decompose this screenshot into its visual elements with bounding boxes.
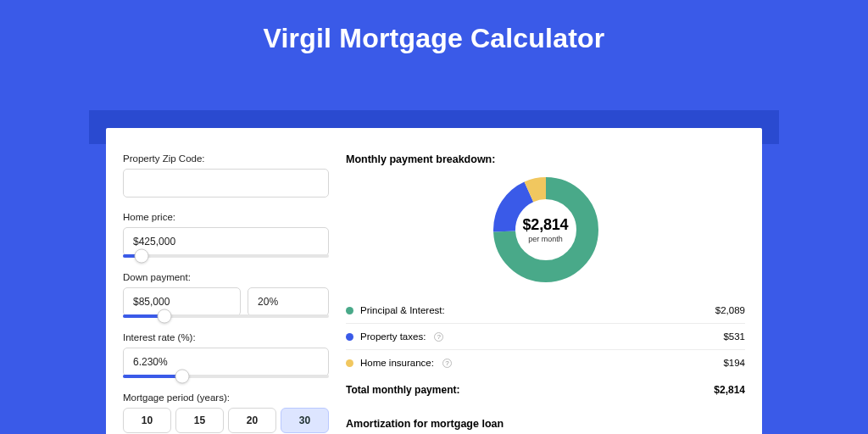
page-title: Virgil Mortgage Calculator	[0, 0, 868, 73]
legend-label: Principal & Interest:	[360, 305, 445, 315]
zip-input[interactable]	[123, 169, 329, 198]
legend-label: Home insurance:	[360, 358, 434, 368]
info-icon[interactable]: ?	[442, 359, 452, 368]
down-payment-slider[interactable]	[123, 314, 329, 318]
legend-value: $2,089	[715, 305, 745, 315]
down-payment-label: Down payment:	[123, 272, 329, 282]
donut-chart: $2,814 per month	[493, 177, 598, 282]
zip-label: Property Zip Code:	[123, 153, 329, 164]
slider-thumb[interactable]	[134, 249, 148, 264]
legend-dot-icon	[346, 307, 353, 314]
interest-input[interactable]: 6.230%	[123, 348, 329, 376]
period-option-15[interactable]: 15	[175, 408, 224, 433]
donut-amount: $2,814	[523, 216, 569, 234]
legend-value: $531	[723, 331, 745, 342]
legend-dot-icon	[346, 359, 353, 367]
donut-center: $2,814 per month	[493, 177, 598, 282]
period-options: 10152030	[123, 408, 329, 433]
total-value: $2,814	[714, 384, 745, 396]
legend-row: Home insurance:?$194	[346, 350, 745, 376]
donut-sublabel: per month	[528, 235, 563, 243]
home-price-label: Home price:	[123, 212, 329, 222]
interest-label: Interest rate (%):	[123, 332, 329, 342]
legend-dot-icon	[346, 333, 353, 341]
inputs-panel: Property Zip Code: Home price: $425,000 …	[123, 143, 329, 434]
slider-thumb[interactable]	[157, 309, 171, 324]
interest-slider[interactable]	[123, 375, 329, 378]
period-option-30[interactable]: 30	[281, 408, 329, 433]
home-price-slider[interactable]	[123, 254, 329, 258]
info-icon[interactable]: ?	[434, 332, 443, 342]
home-price-input[interactable]: $425,000	[123, 227, 329, 256]
legend-value: $194	[723, 358, 745, 368]
down-payment-amount-input[interactable]: $85,000	[123, 287, 241, 316]
breakdown-title: Monthly payment breakdown:	[346, 153, 745, 165]
period-label: Mortgage period (years):	[123, 392, 329, 403]
legend-row: Property taxes:?$531	[346, 324, 745, 350]
total-label: Total monthly payment:	[346, 384, 459, 396]
donut-chart-wrap: $2,814 per month	[346, 175, 745, 298]
calculator-card: Property Zip Code: Home price: $425,000 …	[106, 128, 762, 434]
total-row: Total monthly payment: $2,814	[346, 376, 745, 396]
period-option-20[interactable]: 20	[228, 408, 276, 433]
legend-label: Property taxes:	[360, 331, 426, 342]
amortization-title: Amortization for mortgage loan	[346, 418, 745, 430]
breakdown-panel: Monthly payment breakdown: $2,814 per mo…	[346, 143, 745, 434]
slider-track	[123, 375, 182, 378]
down-payment-percent-input[interactable]: 20%	[248, 287, 329, 316]
period-option-10[interactable]: 10	[123, 408, 171, 433]
legend-row: Principal & Interest:$2,089	[346, 298, 745, 324]
slider-thumb[interactable]	[175, 370, 190, 384]
